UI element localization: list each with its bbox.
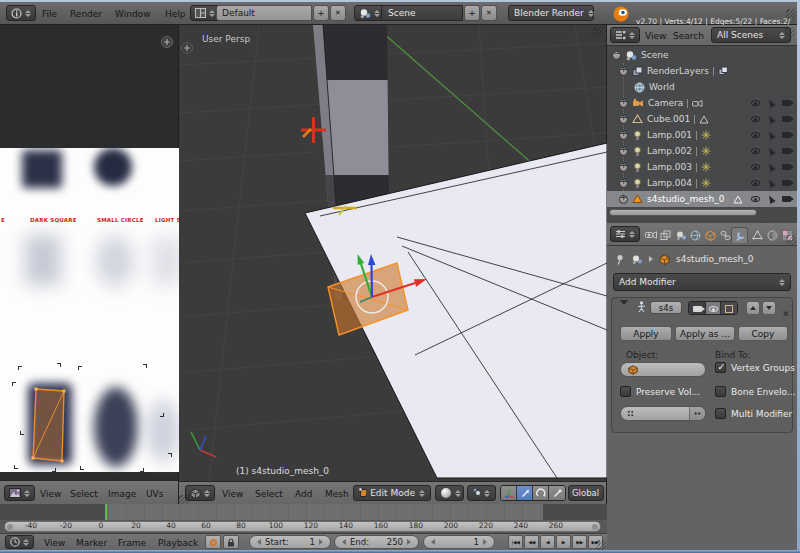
auto-keyframe-record-button[interactable] xyxy=(205,535,221,549)
current-frame-playhead[interactable] xyxy=(105,504,107,520)
renderability-camera-icon[interactable] xyxy=(782,100,791,106)
editor-type-button-info[interactable] xyxy=(6,5,36,21)
uv-vertex[interactable] xyxy=(61,460,64,463)
jump-prev-keyframe-button[interactable]: ◀◀ xyxy=(524,535,539,549)
multi-modifier-checkbox[interactable] xyxy=(715,408,726,419)
ol-menu-view[interactable]: View xyxy=(645,31,666,41)
decrement-arrow[interactable] xyxy=(431,539,435,545)
scene-context-icon[interactable] xyxy=(631,254,643,265)
selectability-cursor-icon[interactable] xyxy=(766,98,775,108)
visibility-eye-icon[interactable] xyxy=(751,148,760,154)
expand-icon[interactable] xyxy=(619,147,628,156)
tab-material[interactable] xyxy=(765,227,780,243)
delete-layout-button[interactable]: ✕ xyxy=(330,5,346,21)
add-modifier-dropdown[interactable]: Add Modifier xyxy=(613,273,791,291)
tab-render-layers[interactable] xyxy=(658,227,673,243)
tl-menu-marker[interactable]: Marker xyxy=(76,538,107,548)
selectability-cursor-icon[interactable] xyxy=(766,146,775,156)
selectability-cursor-icon[interactable] xyxy=(766,114,775,124)
render-toggle-button[interactable] xyxy=(689,302,705,315)
decrement-arrow[interactable] xyxy=(257,539,261,545)
region-expand-plus-icon[interactable] xyxy=(160,35,174,49)
outliner-row-cube001[interactable]: Cube.001 xyxy=(607,111,797,127)
selectability-cursor-icon[interactable] xyxy=(766,194,775,204)
outliner-row-lamp001[interactable]: Lamp.001 xyxy=(607,127,797,143)
outliner-row-lamp002[interactable]: Lamp.002 xyxy=(607,143,797,159)
uv-menu-view[interactable]: View xyxy=(40,489,61,499)
visibility-eye-icon[interactable] xyxy=(751,132,760,138)
vp-menu-view[interactable]: View xyxy=(222,489,243,499)
scrollbar-cap-left[interactable] xyxy=(7,524,13,530)
start-frame-field[interactable]: Start: 1 xyxy=(249,535,331,549)
manipulator-toggle-button[interactable] xyxy=(501,486,517,500)
vertex-group-field[interactable] xyxy=(620,406,706,421)
editor-type-button-3dview[interactable] xyxy=(185,485,215,501)
preserve-volume-checkbox[interactable] xyxy=(620,386,631,397)
tl-menu-view[interactable]: View xyxy=(44,538,65,548)
tab-modifiers-active[interactable] xyxy=(731,227,748,243)
add-scene-button[interactable]: + xyxy=(464,5,480,21)
current-frame-field[interactable]: 1 xyxy=(423,535,495,549)
transform-orientation-select[interactable]: Global xyxy=(568,485,604,501)
jump-next-keyframe-button[interactable]: ▶▶ xyxy=(572,535,587,549)
tl-menu-frame[interactable]: Frame xyxy=(118,538,146,548)
uv-canvas[interactable]: E DARK SQUARE SMALL CIRCLE LIGHT S xyxy=(0,25,179,480)
uv-face-overlay[interactable] xyxy=(0,25,179,480)
modifier-name-field[interactable]: s4s xyxy=(650,301,682,314)
outliner-horizontal-scrollbar[interactable] xyxy=(609,209,757,216)
visibility-eye-icon[interactable] xyxy=(751,116,760,122)
menu-render[interactable]: Render xyxy=(70,9,102,19)
vp-menu-select[interactable]: Select xyxy=(255,489,283,499)
visibility-eye-icon[interactable] xyxy=(751,196,760,202)
area-corner-grip[interactable] xyxy=(596,540,606,550)
outliner-row-camera[interactable]: Camera xyxy=(607,95,797,111)
renderability-camera-icon[interactable] xyxy=(782,132,791,138)
scrollbar-cap-right[interactable] xyxy=(592,524,598,530)
edit-mode-display-toggle-button[interactable] xyxy=(721,302,737,315)
renderability-camera-icon[interactable] xyxy=(782,116,791,122)
area-corner-grip[interactable] xyxy=(785,27,795,37)
expand-icon[interactable] xyxy=(619,115,628,124)
renderability-camera-icon[interactable] xyxy=(782,180,791,186)
armature-object-field[interactable] xyxy=(620,362,706,377)
outliner-row-s4studio-mesh[interactable]: s4studio_mesh_0 xyxy=(607,191,797,207)
increment-arrow[interactable] xyxy=(319,539,323,545)
apply-button[interactable]: Apply xyxy=(620,326,672,341)
tab-object[interactable] xyxy=(703,227,718,243)
visibility-eye-icon[interactable] xyxy=(751,180,760,186)
menu-help[interactable]: Help xyxy=(165,9,186,19)
object-context-icon[interactable] xyxy=(659,254,670,265)
tab-render[interactable] xyxy=(643,227,658,243)
renderability-camera-icon[interactable] xyxy=(782,164,791,170)
tl-menu-playback[interactable]: Playback xyxy=(158,538,198,548)
delete-scene-button[interactable]: ✕ xyxy=(481,5,497,21)
viewport-shading-select[interactable] xyxy=(435,485,464,501)
keying-set-lock-button[interactable] xyxy=(223,535,239,549)
selectability-cursor-icon[interactable] xyxy=(766,178,775,188)
uv-vertex[interactable] xyxy=(32,457,35,460)
ol-menu-search[interactable]: Search xyxy=(673,31,704,41)
move-modifier-down-button[interactable] xyxy=(762,301,776,315)
vp-menu-mesh[interactable]: Mesh xyxy=(325,489,349,499)
area-corner-grip[interactable] xyxy=(786,235,796,245)
timeline-ruler[interactable] xyxy=(0,504,607,520)
outliner-row-lamp004[interactable]: Lamp.004 xyxy=(607,175,797,191)
expand-icon[interactable] xyxy=(619,163,628,172)
selectability-cursor-icon[interactable] xyxy=(766,130,775,140)
uv-menu-image[interactable]: Image xyxy=(108,489,136,499)
vertex-groups-checkbox[interactable] xyxy=(715,362,726,373)
decrement-arrow[interactable] xyxy=(342,539,346,545)
pivot-point-select[interactable] xyxy=(467,485,496,501)
viewport-visibility-toggle-button[interactable] xyxy=(705,302,721,315)
visibility-eye-icon[interactable] xyxy=(751,100,760,106)
copy-button[interactable]: Copy xyxy=(738,326,788,341)
delete-modifier-button[interactable] xyxy=(782,302,790,321)
region-expand-plus-icon[interactable] xyxy=(182,43,193,54)
tab-object-data[interactable] xyxy=(750,227,765,243)
menu-window[interactable]: Window xyxy=(115,9,151,19)
increment-arrow[interactable] xyxy=(407,539,411,545)
scale-widget-button[interactable] xyxy=(549,486,565,500)
scene-name-field[interactable]: Scene xyxy=(381,5,463,21)
outliner-row-lamp003[interactable]: Lamp.003 xyxy=(607,159,797,175)
panel-collapse-icon[interactable] xyxy=(620,305,628,324)
